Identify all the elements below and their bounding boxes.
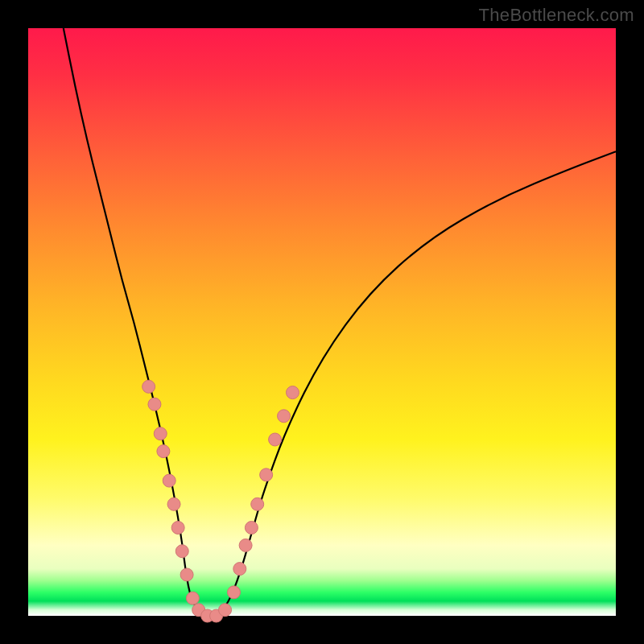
data-marker bbox=[180, 568, 193, 581]
data-marker bbox=[142, 380, 155, 393]
data-marker bbox=[167, 497, 180, 510]
data-marker bbox=[245, 522, 258, 535]
marker-layer bbox=[142, 380, 299, 622]
bottleneck-curve bbox=[64, 28, 616, 616]
data-marker bbox=[239, 539, 252, 551]
data-marker bbox=[175, 545, 188, 558]
data-marker bbox=[171, 522, 184, 535]
data-marker bbox=[278, 410, 291, 423]
data-marker bbox=[233, 563, 246, 576]
data-marker bbox=[219, 604, 232, 617]
data-marker bbox=[154, 427, 167, 440]
data-marker bbox=[228, 586, 241, 599]
data-marker bbox=[157, 445, 170, 458]
watermark-text: TheBottleneck.com bbox=[479, 5, 634, 26]
data-marker bbox=[251, 497, 264, 510]
data-marker bbox=[287, 386, 299, 399]
curve-svg bbox=[28, 28, 616, 616]
data-marker bbox=[148, 398, 161, 411]
data-marker bbox=[269, 433, 282, 446]
data-marker bbox=[260, 469, 273, 481]
data-marker bbox=[186, 592, 199, 605]
data-marker bbox=[163, 474, 175, 487]
chart-frame: TheBottleneck.com bbox=[0, 0, 644, 644]
plot-area bbox=[28, 28, 616, 616]
